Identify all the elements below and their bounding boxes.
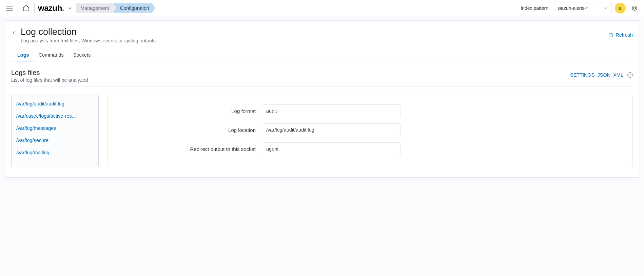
news-icon[interactable] (629, 1, 640, 15)
brand-dot: . (62, 3, 64, 13)
detail-panel: Log format audit Log location /var/log/a… (108, 95, 633, 167)
brand-logo[interactable]: wazuh. (36, 3, 67, 13)
index-pattern-value: wazuh-alerts-* (558, 5, 588, 11)
divider (18, 3, 18, 13)
help-icon[interactable]: ? (627, 72, 633, 78)
page-title: Log collection (21, 27, 608, 37)
form-row-log-format: Log format audit (116, 104, 624, 117)
view-switcher: SETTINGS JSON XML ? (570, 69, 633, 78)
label-log-format: Log format (116, 108, 262, 114)
section-title-block: Logs files List of log files that will b… (11, 69, 88, 83)
tabs: Logs Commands Sockets (11, 52, 633, 61)
view-settings[interactable]: SETTINGS (570, 72, 595, 78)
avatar-letter: a (619, 5, 622, 11)
breadcrumb-configuration[interactable]: Configuration (113, 3, 155, 13)
log-file-list: /var/log/audit/audit.log /var/ossec/logs… (11, 95, 99, 167)
tab-sockets[interactable]: Sockets (73, 52, 91, 61)
divider (34, 3, 35, 13)
view-xml[interactable]: XML (613, 72, 623, 78)
page-body: Log collection Log analysis from text fi… (0, 16, 644, 182)
title-block: Log collection Log analysis from text fi… (21, 27, 608, 43)
view-json[interactable]: JSON (598, 72, 611, 78)
svg-point-0 (632, 6, 637, 11)
log-file-item[interactable]: /var/log/audit/audit.log (16, 101, 94, 106)
log-file-item[interactable]: /var/ossec/logs/active-res... (16, 113, 94, 119)
refresh-label: Refresh (616, 32, 633, 38)
label-socket: Redirect output to this socket (116, 146, 262, 152)
page-subtitle: Log analysis from text files, Windows ev… (21, 38, 608, 43)
main-card: Log collection Log analysis from text fi… (4, 20, 640, 178)
refresh-button[interactable]: Refresh (608, 27, 633, 38)
value-log-location: /var/log/audit/audit.log (262, 123, 401, 136)
tab-logs[interactable]: Logs (17, 52, 29, 61)
index-pattern-select[interactable]: wazuh-alerts-* (554, 2, 611, 14)
brand-text: wazuh (38, 3, 62, 13)
breadcrumb-management[interactable]: Management (76, 3, 115, 13)
content-row: /var/log/audit/audit.log /var/ossec/logs… (11, 95, 633, 167)
hamburger-menu-icon[interactable] (3, 1, 16, 15)
chevron-down-icon (604, 6, 608, 10)
form-row-socket: Redirect output to this socket agent (116, 142, 624, 155)
back-button[interactable] (11, 27, 21, 37)
section-subtitle: List of log files that will be analyzed (11, 77, 88, 83)
refresh-icon (608, 33, 613, 38)
log-file-item[interactable]: /var/log/secure (16, 138, 94, 143)
user-avatar[interactable]: a (615, 3, 626, 14)
section-title: Logs files (11, 69, 88, 77)
value-socket: agent (262, 142, 401, 155)
top-bar-right: Index pattern wazuh-alerts-* a (521, 1, 641, 15)
home-icon[interactable] (19, 1, 33, 15)
form-row-log-location: Log location /var/log/audit/audit.log (116, 123, 624, 136)
log-file-item[interactable]: /var/log/maillog (16, 150, 94, 155)
value-log-format: audit (262, 104, 401, 117)
top-bar-left: wazuh. Management Configuration (3, 0, 155, 16)
tab-commands[interactable]: Commands (39, 52, 64, 61)
log-file-item[interactable]: /var/log/messages (16, 125, 94, 131)
svg-point-1 (633, 7, 636, 9)
label-log-location: Log location (116, 127, 262, 133)
index-pattern-label: Index pattern (521, 5, 548, 11)
top-bar: wazuh. Management Configuration Index pa… (0, 0, 644, 16)
breadcrumb: Management Configuration (76, 3, 155, 13)
brand-menu-toggle[interactable] (67, 6, 74, 11)
title-row: Log collection Log analysis from text fi… (11, 27, 633, 43)
section-header: Logs files List of log files that will b… (11, 69, 633, 86)
